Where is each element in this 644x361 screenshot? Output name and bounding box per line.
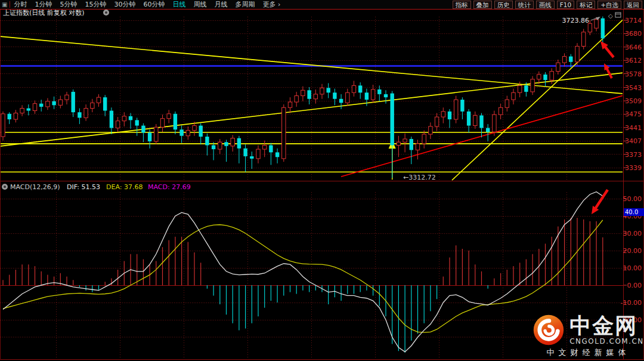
macd-name: MACD(12,26,9) [10, 183, 60, 191]
high-price-label: 3723.86 [562, 17, 590, 24]
svg-text:20.00: 20.00 [623, 247, 642, 255]
dif-value: DIF: 51.53 [67, 183, 100, 191]
logo-name: 中金网 [569, 315, 644, 337]
svg-text:3441: 3441 [625, 124, 642, 132]
macd-panel [3, 192, 603, 353]
svg-text:10.00: 10.00 [623, 264, 642, 272]
stock-trading-terminal: ▣ 分时1分钟5分钟15分钟30分钟60分钟日线周线月线多周期更多 › 指标叠加… [0, 0, 644, 361]
candlestick-series [1, 17, 605, 178]
chart-canvas[interactable]: 3714368036463612357835433509347534413407… [0, 0, 644, 361]
macd-badge-label: 40.0 [625, 209, 638, 215]
macd-header: MACD(12,26,9)DIF: 51.53DEA: 37.68MACD: 2… [2, 183, 191, 191]
svg-text:3339: 3339 [625, 164, 642, 172]
svg-text:30.00: 30.00 [623, 230, 642, 237]
chart-title: 上证指数(日线 前复权 对数) [3, 9, 85, 17]
svg-text:3646: 3646 [625, 44, 642, 51]
cngold-logo-icon [532, 314, 565, 346]
logo-tagline: 中文财经新媒体 [547, 347, 630, 358]
svg-text:3543: 3543 [625, 84, 642, 92]
svg-text:3475: 3475 [625, 110, 642, 118]
svg-text:50.00: 50.00 [623, 195, 642, 203]
cngold-watermark: 中金网 CNGOLD.COM.CN 中文财经新媒体 [532, 314, 644, 360]
svg-text:3612: 3612 [625, 57, 642, 64]
dea-value: DEA: 37.68 [106, 183, 143, 191]
svg-text:3407: 3407 [625, 137, 642, 145]
svg-text:3578: 3578 [625, 70, 642, 78]
macd-value: MACD: 27.69 [148, 183, 191, 191]
macd-axis: 50.0040.0030.0020.0010.000.00-10.00-20.0… [621, 195, 644, 324]
svg-text:3680: 3680 [625, 30, 642, 38]
dif-line [3, 192, 603, 351]
window-icon [615, 13, 621, 17]
price-axis: 3714368036463612357835433509347534413407… [624, 17, 642, 172]
chart-title-row: 上证指数(日线 前复权 对数)◇ [3, 9, 621, 19]
logo-domain: CNGOLD.COM.CN [569, 337, 644, 345]
diamond-icon: ◇ [608, 13, 613, 19]
low-price-label: ←3312.72 [403, 174, 436, 181]
svg-text:3373: 3373 [625, 151, 642, 159]
red-arrow-annotation-1 [600, 41, 615, 58]
svg-text:0.00: 0.00 [627, 282, 642, 289]
svg-text:-10.00: -10.00 [621, 299, 642, 307]
svg-text:3714: 3714 [625, 17, 642, 24]
svg-text:3509: 3509 [625, 97, 642, 105]
